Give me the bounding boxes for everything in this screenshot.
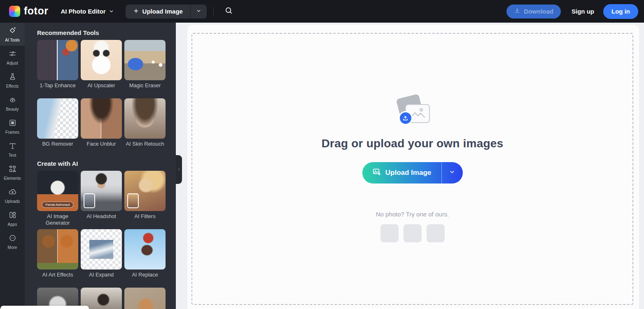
tool-label: AI Headshot (81, 213, 122, 220)
sidebar-item-elements[interactable]: Elements (0, 161, 25, 184)
tool-ai-art-effects[interactable]: AI Art Effects (37, 229, 78, 279)
sliders-icon (8, 49, 17, 60)
search-icon (224, 6, 233, 16)
tool-label: AI Expand (81, 272, 122, 278)
tool-1-tap-enhance[interactable]: 1-Tap Enhance (37, 40, 78, 90)
editor-mode-menu[interactable]: AI Photo Editor (61, 8, 114, 15)
tool-thumbnail (37, 40, 78, 80)
canvas-upload-group: Upload Image (362, 162, 463, 184)
sample-photo-3[interactable] (427, 224, 445, 242)
sidebar: AI Tools Adjust Effects Beauty Frames (0, 23, 25, 309)
thumbnail-badge: Panda Astronaut (42, 202, 73, 208)
tools-panel: Recommended Tools 1-Tap Enhance AI Upsca… (25, 23, 176, 309)
sidebar-item-adjust[interactable]: Adjust (0, 46, 25, 69)
tool-thumbnail (124, 98, 166, 139)
dropzone-title: Drag or upload your own images (322, 137, 504, 150)
tool-thumbnail (81, 40, 122, 80)
tool-label: AI Upscaler (81, 82, 122, 89)
sidebar-item-label: Elements (4, 177, 21, 181)
section-title-create-ai: Create with AI (37, 160, 166, 167)
create-ai-grid: Panda Astronaut AI Image Generator AI He… (37, 171, 166, 309)
topbar-divider (213, 7, 214, 16)
eye-icon (8, 95, 17, 106)
login-button[interactable]: Log in (603, 4, 638, 19)
tool-ai-expand[interactable]: AI Expand (81, 229, 122, 279)
tool-label: AI Replace (124, 272, 166, 278)
no-photo-text: No photo? Try one of ours. (376, 211, 449, 218)
topbar-upload-dropdown[interactable] (190, 5, 207, 19)
tool-magic-eraser[interactable]: Magic Eraser (124, 40, 166, 90)
sidebar-item-label: Frames (5, 130, 19, 135)
canvas-card: Drag or upload your own images Upload Im… (187, 25, 639, 309)
tool-thumbnail (37, 98, 78, 139)
bottom-popup-edge (0, 306, 89, 309)
tool-label: Face Unblur (81, 141, 122, 147)
sidebar-item-label: Uploads (5, 200, 20, 204)
canvas-area: Drag or upload your own images Upload Im… (176, 23, 644, 309)
fotor-logo-icon (9, 6, 20, 17)
sidebar-item-more[interactable]: More (0, 230, 25, 253)
tool-thumbnail (124, 171, 166, 211)
plus-icon (133, 8, 139, 15)
tool-ai-skin-retouch[interactable]: AI Skin Retouch (124, 98, 166, 148)
sidebar-item-effects[interactable]: Effects (0, 69, 25, 92)
tool-label: AI Image Generator (37, 213, 78, 226)
canvas-upload-label: Upload Image (385, 169, 431, 177)
sidebar-item-apps[interactable]: Apps (0, 207, 25, 230)
tool-thumbnail (81, 229, 122, 270)
tool-partial-3[interactable] (124, 288, 166, 309)
tool-bg-remover[interactable]: BG Remover (37, 98, 78, 148)
apps-icon (8, 211, 17, 221)
signup-link[interactable]: Sign up (572, 8, 594, 15)
topbar-upload-label: Upload Image (142, 8, 183, 15)
before-photo-inset (84, 193, 95, 208)
before-photo-inset (127, 193, 139, 208)
sample-photo-1[interactable] (380, 224, 399, 242)
image-add-icon (372, 167, 381, 179)
tool-face-unblur[interactable]: Face Unblur (81, 98, 122, 148)
sidebar-item-ai-tools[interactable]: AI Tools (0, 23, 25, 46)
upload-circle-icon (399, 111, 413, 125)
tool-label: AI Skin Retouch (124, 141, 166, 147)
recommended-tools-grid: 1-Tap Enhance AI Upscaler Magic Eraser B… (37, 40, 166, 148)
tool-thumbnail (81, 98, 122, 139)
search-button[interactable] (224, 6, 233, 16)
canvas-upload-button[interactable]: Upload Image (362, 162, 441, 184)
sidebar-item-frames[interactable]: Frames (0, 115, 25, 138)
tool-thumbnail (124, 40, 166, 80)
wand-icon (8, 26, 17, 37)
sidebar-item-label: Text (9, 153, 16, 158)
tool-thumbnail (124, 229, 166, 270)
canvas-upload-dropdown[interactable] (441, 162, 463, 184)
tool-ai-upscaler[interactable]: AI Upscaler (81, 40, 122, 90)
tool-ai-replace[interactable]: AI Replace (124, 229, 166, 279)
editor-mode-label: AI Photo Editor (61, 8, 105, 15)
sidebar-item-text[interactable]: Text (0, 138, 25, 161)
topbar-upload-button[interactable]: Upload Image (126, 5, 190, 19)
fotor-logo[interactable]: fotor (9, 6, 48, 17)
fotor-logo-text: fotor (24, 6, 48, 17)
panel-collapse-handle[interactable] (176, 155, 182, 184)
sidebar-item-beauty[interactable]: Beauty (0, 92, 25, 115)
tool-ai-filters[interactable]: AI Filters (124, 171, 166, 221)
sidebar-item-label: More (8, 246, 17, 250)
login-label: Log in (611, 8, 630, 15)
tool-label: AI Filters (124, 213, 166, 220)
flask-icon (8, 72, 17, 83)
frame-icon (8, 118, 17, 129)
tool-thumbnail (81, 171, 122, 211)
download-button[interactable]: Download (506, 5, 561, 19)
sidebar-item-uploads[interactable]: Uploads (0, 184, 25, 207)
tool-thumbnail (124, 288, 166, 309)
tool-ai-headshot[interactable]: AI Headshot (81, 171, 122, 221)
sample-photo-2[interactable] (404, 224, 422, 242)
tool-label: Magic Eraser (124, 82, 166, 89)
top-bar: fotor AI Photo Editor Upload Image (0, 0, 644, 23)
tool-thumbnail (37, 229, 78, 270)
topbar-upload-group: Upload Image (126, 5, 207, 19)
tool-label: 1-Tap Enhance (37, 82, 78, 89)
upload-dropzone[interactable]: Drag or upload your own images Upload Im… (191, 33, 633, 305)
tool-ai-image-generator[interactable]: Panda Astronaut AI Image Generator (37, 171, 78, 221)
upload-illustration (393, 96, 432, 125)
sample-photos (380, 224, 445, 242)
